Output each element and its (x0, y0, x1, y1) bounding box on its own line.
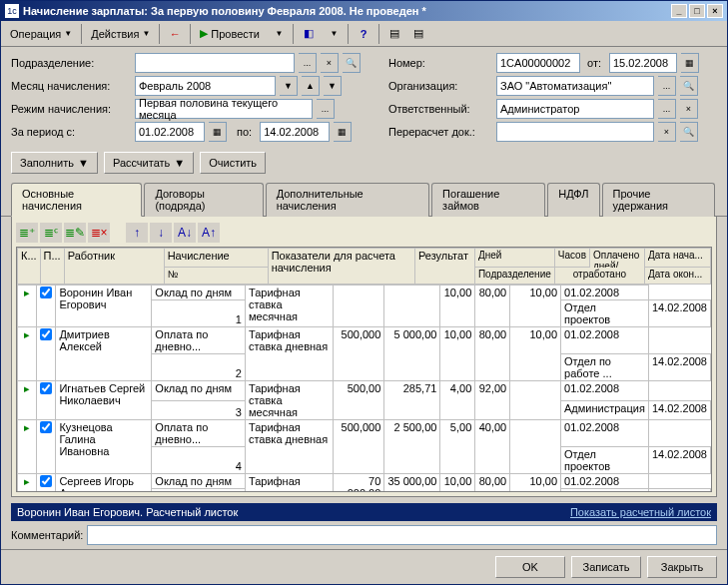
cell-accrual[interactable]: Оплата по дневно... (152, 420, 246, 447)
close-button[interactable]: × (707, 4, 723, 18)
cell-value[interactable]: 500,00 (334, 381, 384, 420)
cell-indicator[interactable]: Тарифная ставка дневная (245, 420, 333, 474)
col-k[interactable]: К... (18, 249, 41, 285)
cell-days[interactable]: 10,00 (440, 327, 475, 381)
add-row-icon[interactable]: ≣⁺ (16, 223, 38, 243)
col-employee[interactable]: Работник (64, 249, 164, 285)
cell-indicator[interactable]: Тарифная ставка месячная (245, 286, 333, 327)
tab-ndfl[interactable]: НДФЛ (547, 183, 599, 217)
sort-desc-icon[interactable]: A↑ (198, 223, 220, 243)
help-icon[interactable]: ? (353, 23, 374, 45)
table-row[interactable]: ▸Дмитриев АлексейОплата по дневно...Тари… (18, 327, 711, 354)
col-worked[interactable]: отработано (554, 267, 644, 284)
month-up-button[interactable]: ▲ (302, 76, 320, 96)
cell-result[interactable]: 35 000,00 (384, 474, 440, 492)
cell-indicator[interactable]: Тарифная ставка месячная (245, 381, 333, 420)
period-from-input[interactable]: 01.02.2008 (135, 122, 205, 142)
resp-select-button[interactable]: ... (658, 99, 676, 119)
mode-select-button[interactable]: ... (317, 99, 335, 119)
month-down-button[interactable]: ▼ (324, 76, 342, 96)
col-subdivision[interactable]: Подразделение (474, 267, 554, 284)
cell-subdivision[interactable]: Администрация (561, 400, 649, 420)
subdivision-select-button[interactable]: ... (299, 53, 317, 73)
cell-paid[interactable] (510, 381, 561, 420)
subdivision-input[interactable] (135, 53, 295, 73)
col-date-end[interactable]: Дата окон... (645, 267, 711, 284)
delete-row-icon[interactable]: ≣× (88, 223, 110, 243)
cell-hours[interactable]: 92,00 (475, 381, 510, 420)
cell-date-start[interactable]: 01.02.2008 (561, 474, 649, 489)
cell-days[interactable]: 5,00 (440, 420, 475, 474)
cell-value[interactable] (334, 286, 384, 327)
maximize-button[interactable]: □ (689, 4, 705, 18)
subdivision-clear-button[interactable]: × (321, 53, 339, 73)
cell-days[interactable]: 10,00 (440, 474, 475, 492)
cell-employee[interactable]: Игнатьев Сергей Николаевич (56, 381, 152, 420)
show-payslip-link[interactable]: Показать расчетный листок (570, 506, 711, 518)
resp-clear-button[interactable]: × (680, 99, 698, 119)
recalc-clear-button[interactable]: × (658, 122, 676, 142)
actions-menu[interactable]: Действия▼ (86, 23, 155, 45)
date-input[interactable]: 15.02.2008 (609, 53, 677, 73)
table-row[interactable]: ▸Кузнецова Галина ИвановнаОплата по днев… (18, 420, 711, 447)
tab-main[interactable]: Основные начисления (11, 183, 142, 217)
cell-date-end[interactable]: 14.02.2008 (648, 354, 710, 381)
cell-hours[interactable]: 80,00 (475, 327, 510, 381)
cell-date-start[interactable]: 01.02.2008 (561, 286, 649, 300)
calc-button[interactable]: Рассчитать▼ (104, 152, 194, 174)
cell-date-start[interactable]: 01.02.2008 (561, 420, 649, 447)
month-input[interactable]: Февраль 2008 (135, 76, 276, 96)
cell-days[interactable]: 4,00 (440, 381, 475, 420)
tab-additional[interactable]: Дополнительные начисления (266, 183, 429, 217)
cell-days[interactable]: 10,00 (440, 286, 475, 327)
col-p[interactable]: П... (40, 249, 64, 285)
recalc-input[interactable] (496, 122, 654, 142)
report-icon[interactable]: ◧ (298, 23, 320, 45)
org-input[interactable]: ЗАО "Автоматизация" (496, 76, 654, 96)
move-down-icon[interactable]: ↓ (150, 223, 172, 243)
col-hours[interactable]: Часов (554, 249, 589, 268)
clear-button[interactable]: Очистить (200, 152, 266, 174)
cell-value[interactable]: 500,000 (334, 420, 384, 474)
table-row[interactable]: ▸Воронин Иван ЕгоровичОклад по днямТариф… (18, 286, 711, 300)
cell-accrual[interactable]: Оклад по дням (152, 474, 246, 489)
cell-date-end[interactable]: 14.02.2008 (648, 489, 710, 492)
list2-icon[interactable]: ▤ (407, 23, 429, 45)
cell-paid[interactable]: 10,00 (510, 327, 561, 381)
edit-row-icon[interactable]: ≣✎ (64, 223, 86, 243)
cell-accrual[interactable]: Оплата по дневно... (152, 327, 246, 354)
period-to-cal-button[interactable]: ▦ (334, 122, 352, 142)
cell-hours[interactable]: 40,00 (475, 420, 510, 474)
minimize-button[interactable]: _ (671, 4, 687, 18)
col-days[interactable]: Дней (474, 249, 554, 268)
cell-result[interactable]: 285,71 (384, 381, 440, 420)
ok-button[interactable]: OK (495, 556, 565, 578)
cell-date-end[interactable]: 14.02.2008 (648, 447, 710, 474)
operation-menu[interactable]: Операция▼ (5, 23, 77, 45)
period-to-input[interactable]: 14.02.2008 (260, 122, 330, 142)
row-checkbox[interactable] (36, 474, 56, 492)
cell-indicator[interactable]: Тарифная ставка дневная (245, 327, 333, 381)
cell-accrual[interactable]: Оклад по дням (152, 381, 246, 401)
row-checkbox[interactable] (36, 381, 56, 420)
col-indicators[interactable]: Показатели для расчета начисления (268, 249, 414, 285)
tab-loans[interactable]: Погашение займов (431, 183, 545, 217)
col-result[interactable]: Результат (414, 249, 474, 285)
cell-date-start[interactable]: 01.02.2008 (561, 327, 649, 354)
cell-subdivision[interactable]: Отдел проектов (561, 447, 649, 474)
month-dropdown-button[interactable]: ▼ (280, 76, 298, 96)
col-no[interactable]: № (164, 267, 268, 284)
cell-employee[interactable]: Дмитриев Алексей (56, 327, 152, 381)
row-checkbox[interactable] (36, 286, 56, 327)
cell-paid[interactable] (510, 420, 561, 474)
cell-employee[interactable]: Кузнецова Галина Ивановна (56, 420, 152, 474)
cell-result[interactable]: 2 500,00 (384, 420, 440, 474)
move-up-icon[interactable]: ↑ (126, 223, 148, 243)
fill-button[interactable]: Заполнить▼ (11, 152, 98, 174)
col-date-start[interactable]: Дата нача... (645, 249, 711, 268)
save-button[interactable]: Записать (571, 556, 641, 578)
report-dropdown[interactable]: ▼ (322, 23, 344, 45)
cell-result[interactable] (384, 286, 440, 327)
cell-value[interactable]: 500,000 (334, 327, 384, 381)
col-accrual[interactable]: Начисление (164, 249, 268, 268)
